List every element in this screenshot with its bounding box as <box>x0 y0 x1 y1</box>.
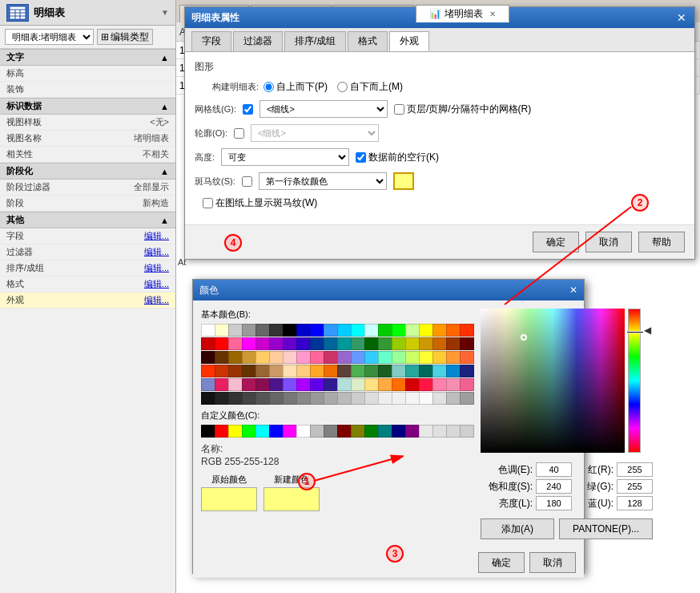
color-dialog-close-button[interactable]: ✕ <box>569 284 577 296</box>
color-cell[interactable] <box>201 365 215 377</box>
color-cell[interactable] <box>201 324 215 337</box>
saturation-input[interactable] <box>536 479 572 494</box>
custom-color-cell[interactable] <box>215 425 229 438</box>
color-cell[interactable] <box>215 365 229 377</box>
color-cell[interactable] <box>405 365 420 377</box>
view-selector[interactable]: 明细表:堵明细表 <box>5 29 94 45</box>
color-cell[interactable] <box>446 378 461 391</box>
section-phase-header[interactable]: 阶段化 ▲ <box>0 163 175 180</box>
color-cell[interactable] <box>419 324 433 337</box>
custom-color-cell[interactable] <box>446 425 461 438</box>
color-cell[interactable] <box>310 351 324 364</box>
color-cell[interactable] <box>283 324 297 337</box>
color-cell[interactable] <box>255 324 270 337</box>
color-cell[interactable] <box>337 337 352 350</box>
color-cell[interactable] <box>310 392 324 405</box>
blue-input[interactable] <box>617 496 653 510</box>
color-cell[interactable] <box>215 392 229 405</box>
custom-color-cell[interactable] <box>419 425 433 438</box>
custom-color-cell[interactable] <box>283 425 297 438</box>
color-cell[interactable] <box>405 392 420 405</box>
dialog-tab-filter[interactable]: 过滤器 <box>233 31 283 51</box>
custom-color-cell[interactable] <box>364 425 379 438</box>
color-cell[interactable] <box>283 337 297 350</box>
tab-close-icon[interactable]: ✕ <box>489 10 496 18</box>
color-cell[interactable] <box>201 378 215 391</box>
radio-bottom-up[interactable]: 自下而上(M) <box>337 80 403 94</box>
custom-color-cell[interactable] <box>378 425 392 438</box>
color-cell[interactable] <box>351 365 365 377</box>
hue-bar[interactable] <box>628 309 641 453</box>
color-cell[interactable] <box>378 351 392 364</box>
color-cell[interactable] <box>242 337 256 350</box>
dialog-tab-field[interactable]: 字段 <box>191 31 231 51</box>
color-cell[interactable] <box>405 324 420 337</box>
custom-color-cell[interactable] <box>392 425 406 438</box>
color-cell[interactable] <box>419 351 433 364</box>
color-cell[interactable] <box>446 392 461 405</box>
color-cell[interactable] <box>296 324 311 337</box>
color-cell[interactable] <box>242 378 256 391</box>
grid-checkbox[interactable] <box>243 104 253 115</box>
color-cell[interactable] <box>419 378 433 391</box>
color-cell[interactable] <box>351 337 365 350</box>
color-cell[interactable] <box>269 392 284 405</box>
color-cell[interactable] <box>364 378 379 391</box>
outline-select[interactable]: <细线> <box>251 124 379 142</box>
color-cell[interactable] <box>296 351 311 364</box>
custom-color-cell[interactable] <box>242 425 256 438</box>
color-cell[interactable] <box>215 324 229 337</box>
color-cell[interactable] <box>255 337 270 350</box>
color-cell[interactable] <box>419 337 433 350</box>
color-cell[interactable] <box>392 351 406 364</box>
show-zebra-label[interactable]: 在图纸上显示斑马纹(W) <box>203 196 317 210</box>
color-cell[interactable] <box>460 378 474 391</box>
color-cell[interactable] <box>228 392 243 405</box>
page-grid-checkbox[interactable] <box>394 104 404 115</box>
color-cell[interactable] <box>460 392 474 405</box>
color-cell[interactable] <box>364 365 379 377</box>
color-cell[interactable] <box>310 337 324 350</box>
color-cell[interactable] <box>283 378 297 391</box>
grid-select[interactable]: <细线> <box>259 100 388 118</box>
color-cell[interactable] <box>324 365 338 377</box>
color-cell[interactable] <box>364 324 379 337</box>
dialog-tab-appearance[interactable]: 外观 <box>389 31 429 51</box>
brightness-input[interactable] <box>536 496 572 510</box>
color-cell[interactable] <box>351 351 365 364</box>
color-cell[interactable] <box>283 351 297 364</box>
color-cell[interactable] <box>242 365 256 377</box>
color-cell[interactable] <box>405 378 420 391</box>
custom-color-cell[interactable] <box>255 425 270 438</box>
color-cell[interactable] <box>255 351 270 364</box>
color-cell[interactable] <box>460 365 474 377</box>
color-cell[interactable] <box>392 392 406 405</box>
color-cell[interactable] <box>228 351 243 364</box>
custom-color-cell[interactable] <box>269 425 284 438</box>
hue-input[interactable] <box>536 462 572 477</box>
sidebar-collapse-btn[interactable]: ▼ <box>161 8 169 17</box>
color-cell[interactable] <box>432 351 447 364</box>
color-cell[interactable] <box>310 324 324 337</box>
color-cell[interactable] <box>337 392 352 405</box>
color-cell[interactable] <box>446 351 461 364</box>
color-cell[interactable] <box>432 337 447 350</box>
color-cell[interactable] <box>351 378 365 391</box>
radio-top-down[interactable]: 自上而下(P) <box>264 80 328 94</box>
section-text-header[interactable]: 文字 ▲ <box>0 49 175 66</box>
color-cell[interactable] <box>378 392 392 405</box>
color-cell[interactable] <box>324 392 338 405</box>
color-cell[interactable] <box>310 378 324 391</box>
color-cell[interactable] <box>269 351 284 364</box>
color-cell[interactable] <box>310 365 324 377</box>
custom-color-cell[interactable] <box>296 425 311 438</box>
color-cell[interactable] <box>405 337 420 350</box>
color-cell[interactable] <box>460 324 474 337</box>
color-cell[interactable] <box>419 365 433 377</box>
color-cell[interactable] <box>337 324 352 337</box>
color-cell[interactable] <box>392 337 406 350</box>
show-zebra-checkbox[interactable] <box>203 198 213 208</box>
color-cell[interactable] <box>228 378 243 391</box>
color-cell[interactable] <box>432 392 447 405</box>
color-cell[interactable] <box>337 365 352 377</box>
